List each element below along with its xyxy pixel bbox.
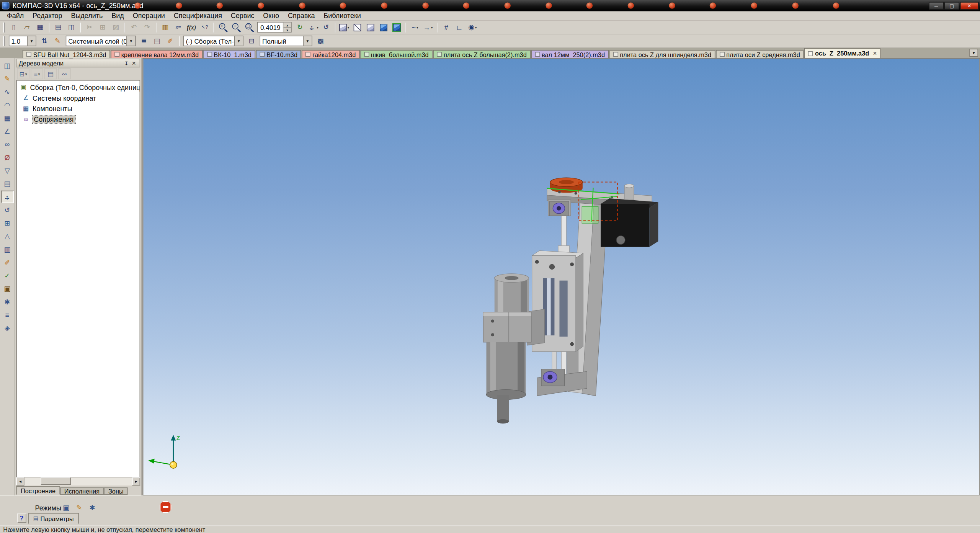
mode-assembly-icon[interactable]: ▣ (60, 502, 72, 513)
hidden-lines-mode-icon[interactable] (364, 21, 377, 34)
print-icon[interactable]: ▤ (52, 21, 65, 34)
macros-icon[interactable]: ✱ (1, 296, 13, 308)
sketch-icon[interactable]: ✎ (1, 72, 13, 85)
library-manager-icon[interactable]: ▥ (159, 21, 172, 34)
open-document-icon[interactable]: ▱ (21, 21, 33, 34)
scroll-left-button[interactable]: ◂ (16, 477, 24, 486)
context-help-icon[interactable]: ↖? (198, 21, 211, 34)
misc-panel-icon[interactable]: ◈ (1, 322, 13, 334)
edit-assembly-icon[interactable]: ◫ (1, 59, 13, 72)
menu-service[interactable]: Сервис (226, 12, 258, 20)
print-preview-icon[interactable]: ◫ (65, 21, 78, 34)
model-part-bracket[interactable] (567, 348, 578, 376)
scale-spin-buttons[interactable]: ▴▾ (283, 23, 291, 32)
assembly-3d-model[interactable] (143, 59, 979, 495)
line-style-icon[interactable]: ~▾ (409, 21, 421, 34)
layer-combo[interactable]: Системный слой (0) ▾ (66, 36, 136, 46)
shaded-wireframe-mode-icon[interactable] (390, 21, 403, 34)
toolbar-grip[interactable] (3, 36, 5, 46)
viewport-3d[interactable]: Z (143, 58, 980, 495)
pen-style-icon[interactable]: ✎ (51, 35, 64, 47)
check-document-icon[interactable]: ✓ (1, 269, 13, 282)
help-button[interactable]: ? (17, 513, 26, 523)
tree-item-mates[interactable]: ∞ Сопряжения (17, 114, 139, 124)
tree-horizontal-scrollbar[interactable]: ◂ ▸ (16, 477, 140, 486)
menu-file[interactable]: Файл (3, 12, 28, 20)
scroll-track[interactable] (24, 477, 132, 486)
detail-level-combo[interactable]: Полный ▾ (260, 36, 312, 46)
step-combo[interactable]: 1.0 ▾ (9, 36, 36, 46)
current-scale-spinner[interactable]: 0.4019 ▴▾ (257, 22, 292, 33)
copy-icon[interactable]: ⊞ (96, 21, 109, 34)
mode-sketch-icon[interactable]: ✎ (73, 502, 85, 513)
toolbar-grip[interactable] (3, 22, 5, 32)
add-component-icon[interactable]: ⊞ (1, 217, 13, 229)
filters-icon[interactable]: ▽ (1, 164, 13, 177)
layers-icon[interactable]: ≣ (138, 35, 150, 47)
maximize-button[interactable]: ▢ (944, 2, 959, 10)
local-cs-icon[interactable]: ∟ (453, 21, 466, 34)
selection-area-combo[interactable]: (-) Сборка (Тел-0, Сбо ▾ (183, 36, 243, 46)
paste-icon[interactable]: ▨ (109, 21, 122, 34)
stop-command-button[interactable] (160, 501, 172, 513)
doc-tab[interactable]: BF-10.m3d (256, 50, 301, 58)
zoom-out-icon[interactable]: − (230, 21, 242, 34)
menu-view[interactable]: Вид (107, 12, 128, 20)
move-component-icon[interactable] (1, 191, 13, 203)
doc-tab[interactable]: ВК-10_1.m3d (203, 50, 255, 58)
new-document-icon[interactable]: ▯ (8, 21, 20, 34)
specification-icon[interactable]: ▤ (1, 177, 13, 190)
tab-ispolneniya[interactable]: Исполнения (60, 487, 104, 495)
tree-filter-icon[interactable]: ⊟ (245, 35, 258, 47)
cut-icon[interactable]: ✂ (83, 21, 96, 34)
doc-tab[interactable]: шкив_большой.m3d (360, 50, 433, 58)
zoom-frame-icon[interactable]: □ (243, 21, 255, 34)
menu-specification[interactable]: Спецификация (169, 12, 226, 20)
tree-structure-button[interactable]: ⊟▾ (17, 68, 29, 79)
refresh-view-icon[interactable]: ↻ (294, 21, 306, 34)
menu-window[interactable]: Окно (259, 12, 284, 20)
save-document-icon[interactable]: ▦ (34, 21, 46, 34)
menu-help[interactable]: Справка (284, 12, 319, 20)
doc-tab-active[interactable]: ось_Z_250мм.a3d✕ (804, 48, 881, 58)
scroll-right-button[interactable]: ▸ (132, 477, 140, 486)
shaded-mode-icon[interactable] (377, 21, 390, 34)
doc-tab[interactable]: плита оси Z средняя.m3d (715, 50, 804, 58)
doc-structure-button[interactable]: ▤ (44, 68, 57, 79)
measure-3d-icon[interactable]: Ø (1, 151, 13, 164)
tab-zony[interactable]: Зоны (104, 487, 128, 495)
doc-tab[interactable]: гайка1204.m3d (302, 50, 359, 58)
tree-item-components[interactable]: ▦ Компоненты (17, 103, 139, 114)
function-fx-icon[interactable]: f(x) (185, 21, 198, 34)
zoom-in-icon[interactable]: + (217, 21, 229, 34)
orientation-icon[interactable]: ▾ (338, 21, 351, 34)
tab-parameters[interactable]: ▤ Параметры (28, 513, 79, 524)
collision-check-icon[interactable]: △ (1, 230, 13, 243)
chevron-down-icon[interactable]: ▾ (126, 36, 135, 46)
close-tab-icon[interactable]: ✕ (873, 51, 877, 56)
tab-postroenie[interactable]: Построение (16, 486, 60, 495)
model-part-bearing-top[interactable] (549, 201, 569, 216)
surfaces-icon[interactable]: ◠ (1, 99, 13, 111)
drawing-elements-icon[interactable]: ✐ (1, 256, 13, 269)
spatial-curves-icon[interactable]: ∿ (1, 86, 13, 98)
draw-pencil-icon[interactable]: ✐ (164, 35, 176, 47)
menu-editor[interactable]: Редактор (28, 12, 67, 20)
arrays-icon[interactable]: ▦ (1, 112, 13, 124)
minimize-button[interactable]: ─ (929, 2, 944, 10)
rebuild-icon[interactable]: ▩ (314, 35, 327, 47)
rotate-component-icon[interactable]: ↺ (1, 204, 13, 216)
tree-item-assembly-root[interactable]: ▣ Сборка (Тел-0, Сборочных единиц-0, Дет… (17, 82, 139, 93)
variables-icon[interactable]: x= (172, 21, 185, 34)
chevron-down-icon[interactable]: ▾ (234, 36, 243, 46)
auxiliary-geometry-icon[interactable]: ∠ (1, 125, 13, 137)
undo-icon[interactable]: ↶ (127, 21, 140, 34)
mates-icon[interactable]: ∞ (1, 138, 13, 151)
doc-tab[interactable]: SFU Ball Nut_1204-3.m3d (23, 50, 110, 58)
parameters-icon[interactable]: ≡ (1, 309, 13, 321)
menu-libraries[interactable]: Библиотеки (319, 12, 365, 20)
model-part-spindle[interactable] (483, 274, 531, 423)
tree-composition-button[interactable]: ≡▾ (31, 68, 43, 79)
chevron-down-icon[interactable]: ▾ (303, 36, 312, 46)
reports-icon[interactable]: ▥ (1, 243, 13, 256)
